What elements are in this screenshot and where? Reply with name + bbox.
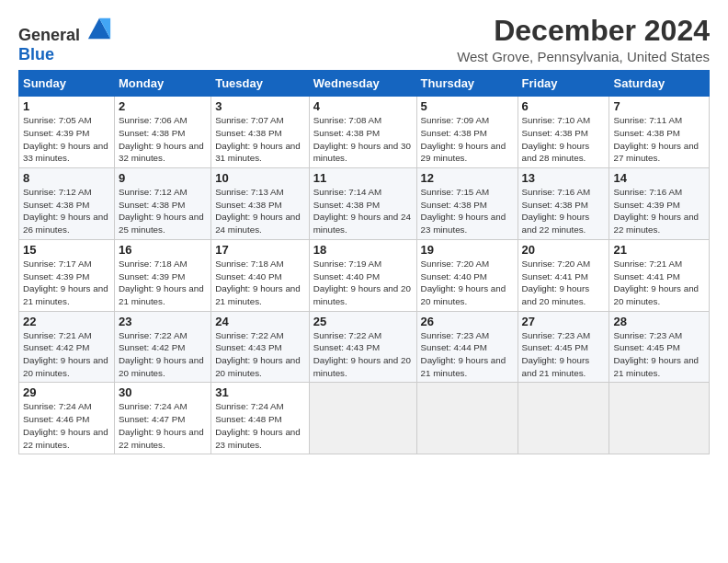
day-cell: 31 Sunrise: 7:24 AM Sunset: 4:48 PM Dayl…	[211, 383, 310, 454]
day-info: Sunrise: 7:11 AM Sunset: 4:38 PM Dayligh…	[613, 114, 705, 165]
day-info: Sunrise: 7:21 AM Sunset: 4:41 PM Dayligh…	[613, 258, 705, 308]
day-cell	[416, 383, 518, 454]
day-info: Sunrise: 7:19 AM Sunset: 4:40 PM Dayligh…	[313, 258, 413, 308]
day-info: Sunrise: 7:18 AM Sunset: 4:40 PM Dayligh…	[215, 258, 305, 308]
day-cell: 14 Sunrise: 7:16 AM Sunset: 4:39 PM Dayl…	[609, 168, 710, 240]
day-info: Sunrise: 7:22 AM Sunset: 4:43 PM Dayligh…	[215, 329, 305, 380]
day-info: Sunrise: 7:14 AM Sunset: 4:38 PM Dayligh…	[313, 186, 413, 236]
day-number: 4	[313, 99, 413, 113]
day-info: Sunrise: 7:09 AM Sunset: 4:38 PM Dayligh…	[421, 114, 514, 165]
day-number: 21	[613, 243, 705, 257]
day-info: Sunrise: 7:23 AM Sunset: 4:45 PM Dayligh…	[613, 329, 705, 380]
day-number: 27	[522, 315, 606, 328]
day-number: 30	[119, 385, 207, 399]
day-info: Sunrise: 7:20 AM Sunset: 4:41 PM Dayligh…	[522, 258, 606, 308]
day-cell: 17 Sunrise: 7:18 AM Sunset: 4:40 PM Dayl…	[211, 239, 310, 311]
day-number: 12	[421, 171, 514, 185]
day-cell: 30 Sunrise: 7:24 AM Sunset: 4:47 PM Dayl…	[115, 383, 211, 454]
day-number: 23	[119, 315, 207, 328]
day-number: 28	[613, 315, 705, 328]
header-day-sunday: Sunday	[19, 71, 115, 97]
day-info: Sunrise: 7:21 AM Sunset: 4:42 PM Dayligh…	[23, 329, 110, 380]
day-cell: 5 Sunrise: 7:09 AM Sunset: 4:38 PM Dayli…	[416, 97, 518, 168]
day-number: 11	[313, 171, 413, 185]
day-cell: 21 Sunrise: 7:21 AM Sunset: 4:41 PM Dayl…	[609, 239, 710, 311]
day-info: Sunrise: 7:23 AM Sunset: 4:44 PM Dayligh…	[421, 329, 514, 380]
day-number: 26	[421, 315, 514, 328]
day-cell: 4 Sunrise: 7:08 AM Sunset: 4:38 PM Dayli…	[309, 97, 416, 168]
day-info: Sunrise: 7:24 AM Sunset: 4:46 PM Dayligh…	[23, 400, 110, 451]
day-cell: 26 Sunrise: 7:23 AM Sunset: 4:44 PM Dayl…	[416, 311, 518, 383]
header-row: SundayMondayTuesdayWednesdayThursdayFrid…	[19, 71, 710, 97]
day-info: Sunrise: 7:12 AM Sunset: 4:38 PM Dayligh…	[119, 186, 207, 236]
header-day-monday: Monday	[115, 71, 211, 97]
day-number: 16	[119, 243, 207, 257]
day-number: 22	[23, 315, 110, 328]
day-cell	[609, 383, 710, 454]
week-row-3: 15 Sunrise: 7:17 AM Sunset: 4:39 PM Dayl…	[19, 239, 710, 311]
day-info: Sunrise: 7:16 AM Sunset: 4:38 PM Dayligh…	[522, 186, 606, 236]
calendar-table: SundayMondayTuesdayWednesdayThursdayFrid…	[18, 70, 710, 454]
day-cell	[518, 383, 609, 454]
day-cell: 9 Sunrise: 7:12 AM Sunset: 4:38 PM Dayli…	[115, 168, 211, 240]
subtitle: West Grove, Pennsylvania, United States	[457, 49, 710, 64]
day-info: Sunrise: 7:24 AM Sunset: 4:47 PM Dayligh…	[119, 400, 207, 451]
day-info: Sunrise: 7:24 AM Sunset: 4:48 PM Dayligh…	[215, 400, 305, 451]
header-day-tuesday: Tuesday	[211, 71, 310, 97]
day-cell: 10 Sunrise: 7:13 AM Sunset: 4:38 PM Dayl…	[211, 168, 310, 240]
day-number: 29	[23, 385, 110, 399]
day-number: 9	[119, 171, 207, 185]
day-info: Sunrise: 7:22 AM Sunset: 4:43 PM Dayligh…	[313, 329, 413, 380]
day-cell: 12 Sunrise: 7:15 AM Sunset: 4:38 PM Dayl…	[416, 168, 518, 240]
day-info: Sunrise: 7:12 AM Sunset: 4:38 PM Dayligh…	[23, 186, 110, 236]
day-number: 8	[23, 171, 110, 185]
day-info: Sunrise: 7:15 AM Sunset: 4:38 PM Dayligh…	[421, 186, 514, 236]
day-cell	[309, 383, 416, 454]
day-number: 2	[119, 99, 207, 113]
logo: General Blue	[18, 15, 112, 64]
logo-icon	[86, 15, 112, 40]
week-row-2: 8 Sunrise: 7:12 AM Sunset: 4:38 PM Dayli…	[19, 168, 710, 240]
header: General Blue December 2024 West Grove, P…	[18, 15, 710, 64]
week-row-5: 29 Sunrise: 7:24 AM Sunset: 4:46 PM Dayl…	[19, 383, 710, 454]
day-number: 24	[215, 315, 305, 328]
title-block: December 2024 West Grove, Pennsylvania, …	[457, 15, 710, 64]
header-day-saturday: Saturday	[609, 71, 710, 97]
day-number: 31	[215, 385, 305, 399]
day-cell: 16 Sunrise: 7:18 AM Sunset: 4:39 PM Dayl…	[115, 239, 211, 311]
day-info: Sunrise: 7:18 AM Sunset: 4:39 PM Dayligh…	[119, 258, 207, 308]
day-info: Sunrise: 7:17 AM Sunset: 4:39 PM Dayligh…	[23, 258, 110, 308]
day-number: 18	[313, 243, 413, 257]
day-number: 1	[23, 99, 110, 113]
day-cell: 23 Sunrise: 7:22 AM Sunset: 4:42 PM Dayl…	[115, 311, 211, 383]
header-day-thursday: Thursday	[416, 71, 518, 97]
day-cell: 27 Sunrise: 7:23 AM Sunset: 4:45 PM Dayl…	[518, 311, 609, 383]
day-cell: 20 Sunrise: 7:20 AM Sunset: 4:41 PM Dayl…	[518, 239, 609, 311]
day-info: Sunrise: 7:05 AM Sunset: 4:39 PM Dayligh…	[23, 114, 110, 165]
day-cell: 7 Sunrise: 7:11 AM Sunset: 4:38 PM Dayli…	[609, 97, 710, 168]
day-number: 6	[522, 99, 606, 113]
day-cell: 28 Sunrise: 7:23 AM Sunset: 4:45 PM Dayl…	[609, 311, 710, 383]
week-row-4: 22 Sunrise: 7:21 AM Sunset: 4:42 PM Dayl…	[19, 311, 710, 383]
logo-general: General	[18, 26, 80, 44]
day-cell: 25 Sunrise: 7:22 AM Sunset: 4:43 PM Dayl…	[309, 311, 416, 383]
day-cell: 3 Sunrise: 7:07 AM Sunset: 4:38 PM Dayli…	[211, 97, 310, 168]
day-number: 19	[421, 243, 514, 257]
day-number: 5	[421, 99, 514, 113]
day-number: 17	[215, 243, 305, 257]
logo-blue: Blue	[18, 45, 54, 63]
day-info: Sunrise: 7:06 AM Sunset: 4:38 PM Dayligh…	[119, 114, 207, 165]
day-info: Sunrise: 7:13 AM Sunset: 4:38 PM Dayligh…	[215, 186, 305, 236]
day-info: Sunrise: 7:16 AM Sunset: 4:39 PM Dayligh…	[613, 186, 705, 236]
page: General Blue December 2024 West Grove, P…	[0, 0, 728, 464]
day-cell: 19 Sunrise: 7:20 AM Sunset: 4:40 PM Dayl…	[416, 239, 518, 311]
day-number: 14	[613, 171, 705, 185]
day-cell: 24 Sunrise: 7:22 AM Sunset: 4:43 PM Dayl…	[211, 311, 310, 383]
day-info: Sunrise: 7:22 AM Sunset: 4:42 PM Dayligh…	[119, 329, 207, 380]
main-title: December 2024	[457, 15, 710, 47]
day-cell: 22 Sunrise: 7:21 AM Sunset: 4:42 PM Dayl…	[19, 311, 115, 383]
day-cell: 11 Sunrise: 7:14 AM Sunset: 4:38 PM Dayl…	[309, 168, 416, 240]
day-info: Sunrise: 7:10 AM Sunset: 4:38 PM Dayligh…	[522, 114, 606, 165]
day-cell: 1 Sunrise: 7:05 AM Sunset: 4:39 PM Dayli…	[19, 97, 115, 168]
day-cell: 29 Sunrise: 7:24 AM Sunset: 4:46 PM Dayl…	[19, 383, 115, 454]
